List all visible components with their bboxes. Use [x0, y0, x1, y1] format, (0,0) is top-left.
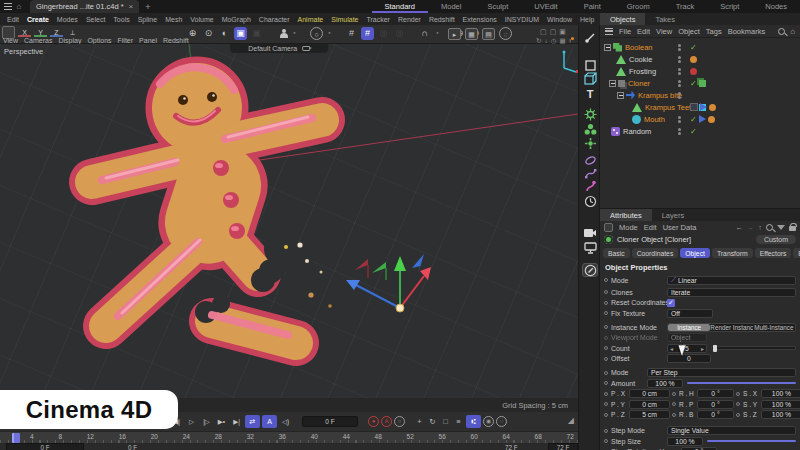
layout-tab[interactable]: Model	[428, 0, 474, 13]
viewport-menu-item[interactable]: Redshift	[163, 37, 189, 44]
step-size-field[interactable]: 100 %	[667, 437, 703, 446]
keyframe-dot[interactable]	[736, 402, 740, 406]
layout-tab[interactable]: Standard	[372, 0, 428, 13]
transform-field[interactable]: 0 °	[697, 400, 734, 409]
snap-extra-icon[interactable]: ◎	[377, 27, 390, 40]
keyframe-dot[interactable]	[604, 413, 608, 417]
lock-icon[interactable]	[789, 226, 796, 231]
attribute-menu-item[interactable]: Edit	[644, 223, 657, 232]
sound-toggle-icon[interactable]: ◁)	[279, 415, 292, 428]
layout-tab[interactable]: UVEdit	[521, 0, 570, 13]
layout-tab[interactable]: Groom	[614, 0, 663, 13]
texture-tag-icon[interactable]	[690, 56, 697, 63]
object-name[interactable]: Cookie	[629, 55, 652, 64]
search-icon[interactable]	[778, 28, 785, 35]
layout-store-icon[interactable]: ▢	[540, 28, 547, 36]
layout-tab[interactable]: Nodes	[752, 0, 800, 13]
keyframe-preset2-icon[interactable]: ◌	[496, 416, 507, 427]
solo-animation-icon[interactable]: ⑆	[466, 415, 481, 428]
keyframe-dot[interactable]	[604, 439, 608, 443]
history-forward-icon[interactable]: →	[747, 223, 755, 232]
keyframe-dot[interactable]	[672, 402, 676, 406]
panel-tab[interactable]: Takes	[645, 13, 685, 25]
menu-item[interactable]: Tools	[111, 16, 131, 23]
interactive-render-icon[interactable]: ◌	[499, 27, 512, 40]
keyframe-dot[interactable]	[604, 290, 608, 294]
transform-field[interactable]: 0 °	[697, 410, 734, 419]
transform-field[interactable]: 5 cm	[629, 410, 670, 419]
panel-tab[interactable]: Layers	[652, 209, 695, 221]
object-name[interactable]: Mouth	[644, 115, 665, 124]
selection-tag-icon[interactable]	[699, 115, 706, 123]
render-view-button[interactable]: ▸	[448, 28, 461, 40]
decrement-arrow-icon[interactable]: ◂	[670, 345, 673, 352]
menu-item[interactable]: Character	[257, 16, 292, 23]
collapse-icon[interactable]	[617, 92, 624, 99]
record-parameter-icon[interactable]: ≡	[453, 417, 464, 426]
reset-coordinates-checkbox[interactable]: ✓	[667, 299, 675, 307]
current-frame-field[interactable]: 0 F	[302, 416, 358, 427]
layout-tab[interactable]: Paint	[571, 0, 614, 13]
section-tab[interactable]: Coordinates	[632, 248, 679, 258]
menu-item[interactable]: Edit	[5, 16, 21, 23]
layout-tab[interactable]: Sculpt	[474, 0, 521, 13]
display-icon[interactable]	[582, 241, 598, 255]
render-settings-button[interactable]: ▤	[482, 28, 495, 40]
menu-item[interactable]: Animate	[296, 16, 326, 23]
timeline-playhead[interactable]	[12, 433, 20, 443]
keyframe-dot[interactable]	[604, 381, 608, 385]
menu-item[interactable]: Tracker	[364, 16, 391, 23]
visibility-dots[interactable]	[678, 91, 682, 100]
tree-row-random[interactable]: Random ✓	[600, 125, 800, 137]
record-rotation-icon[interactable]: ↻	[427, 417, 438, 426]
document-tab[interactable]: Gingerbread ...ite 01.c4d * ×	[30, 0, 139, 13]
collapse-icon[interactable]	[609, 80, 616, 87]
ring-settings-gear-icon[interactable]: *	[326, 31, 333, 37]
step-mode-dropdown[interactable]: Single Value	[667, 426, 796, 435]
keyframe-dot[interactable]	[604, 392, 608, 396]
object-name[interactable]: Krampus Teeth	[645, 103, 695, 112]
transform-field[interactable]: 0 cm	[629, 400, 670, 409]
plane-primitive-icon[interactable]	[582, 58, 598, 72]
magnet-icon[interactable]: ∩	[418, 27, 431, 40]
enabled-check-icon[interactable]: ✓	[690, 127, 697, 136]
visibility-dots[interactable]	[678, 43, 682, 52]
keyframe-dot[interactable]	[604, 371, 608, 375]
ring-tool-icon[interactable]: ○	[310, 27, 323, 40]
transport-button[interactable]: |▷	[200, 415, 213, 428]
keyframe-dot[interactable]	[604, 325, 608, 329]
keyframe-dot[interactable]	[604, 346, 608, 350]
tree-row-cookie[interactable]: Cookie	[600, 53, 800, 65]
layout-save-icon[interactable]: ▣	[559, 28, 566, 36]
section-tab[interactable]: Basic	[603, 248, 630, 258]
section-tab[interactable]: Transform	[712, 248, 753, 258]
offset-value[interactable]: 0	[687, 355, 691, 362]
transform-field[interactable]: 100 %	[761, 389, 800, 398]
quantize-snap-icon[interactable]: #	[361, 27, 374, 40]
instance-mode-option[interactable]: Multi-Instance	[753, 324, 795, 331]
custom-preset-button[interactable]: Custom	[756, 235, 796, 244]
object-name[interactable]: Krampus bite	[638, 91, 682, 100]
panel-menu-icon[interactable]	[605, 28, 613, 35]
field-icon[interactable]	[582, 179, 598, 193]
texture-tag-icon[interactable]	[708, 116, 715, 123]
menu-item[interactable]: Render	[396, 16, 423, 23]
tree-row-cloner[interactable]: Cloner ✓	[600, 77, 800, 89]
half-sphere-icon[interactable]: ◐	[218, 27, 231, 40]
object-menu-item[interactable]: Object	[678, 27, 700, 36]
layout-tab[interactable]: Script	[707, 0, 752, 13]
menu-item[interactable]: Mesh	[163, 16, 184, 23]
deformer-icon[interactable]	[582, 153, 598, 167]
mograph-array-icon[interactable]	[582, 122, 598, 136]
visibility-dots[interactable]	[678, 67, 682, 76]
record-position-icon[interactable]: +	[414, 417, 425, 426]
viewport-menu-item[interactable]: Panel	[139, 37, 157, 44]
menu-item[interactable]: INSYDIUM	[503, 16, 541, 23]
close-tab-icon[interactable]: ×	[129, 2, 134, 11]
transform-field[interactable]: 0 °	[697, 389, 734, 398]
tree-row-krampus-teeth[interactable]: Krampus Teeth	[600, 101, 800, 113]
render-picture-viewer-button[interactable]: ▦	[465, 28, 478, 40]
transport-button[interactable]: ▷	[185, 415, 198, 428]
keyframe-dot[interactable]	[604, 429, 608, 433]
ik-settings-gear-icon[interactable]: *	[291, 31, 298, 37]
